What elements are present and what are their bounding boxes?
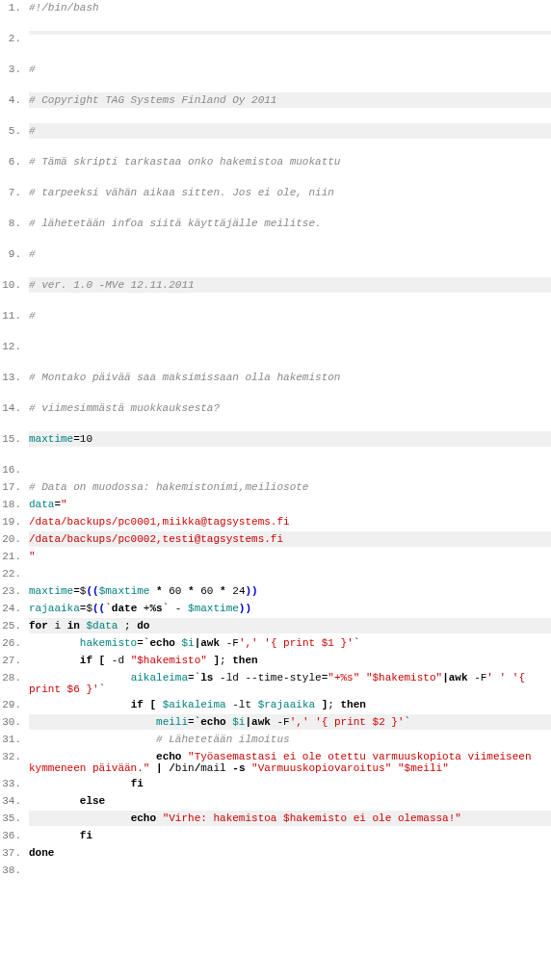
token [29, 778, 131, 789]
code-content: done [29, 845, 551, 861]
token: [ [92, 655, 112, 666]
code-line: 23.maxtime=$(($maxtime * 60 * 60 * 24)) [0, 583, 551, 601]
token [29, 812, 131, 824]
token: /data/backups/pc0001,miikka@tagsystems.f… [29, 516, 290, 528]
code-content: meili=`echo $i|awk -F',' '{ print $2 }'` [29, 714, 551, 730]
token: '{ print $2 }' [315, 716, 404, 728]
token: # Tämä skripti tarkastaa onko hakemistoa… [29, 156, 340, 168]
line-number: 31. [0, 732, 29, 745]
token: + [137, 603, 149, 614]
token [29, 637, 80, 649]
token: (( [86, 585, 98, 597]
code-content: # Tämä skripti tarkastaa onko hakemistoa… [29, 154, 551, 169]
line-number: 16. [0, 462, 29, 476]
token: -F [220, 637, 239, 649]
token: =` [188, 672, 200, 683]
token: bin [175, 762, 195, 774]
line-number: 4. [0, 92, 29, 106]
token: %s [149, 603, 162, 614]
token [29, 716, 156, 728]
token: ',' [290, 716, 309, 728]
token: * [181, 585, 200, 597]
token: # [29, 310, 36, 322]
token: maxtime [29, 585, 73, 597]
line-number: 37. [0, 845, 29, 859]
token: awk [449, 672, 468, 683]
code-content: # tarpeeksi vähän aikaa sitten. Jos ei o… [29, 185, 551, 200]
line-number: 18. [0, 497, 29, 510]
code-content: # lähetetään infoa siitä käyttäjälle mei… [29, 216, 551, 231]
token: -d [112, 655, 131, 666]
token: #!/bin/bash [29, 2, 99, 13]
code-line: 20./data/backups/pc0002,testi@tagsystems… [0, 531, 551, 549]
token: date [112, 603, 137, 614]
token: ` [99, 683, 106, 695]
token: do [137, 620, 149, 632]
line-number: 28. [0, 670, 29, 683]
line-number: 5. [0, 123, 29, 137]
token: i [48, 620, 67, 632]
token [29, 672, 131, 683]
line-number: 17. [0, 479, 29, 493]
token: awk [251, 716, 271, 728]
token: =` [137, 637, 149, 649]
code-line: 24.rajaaika=$((`date +%s` - $maxtime)) [0, 601, 551, 618]
line-number: 24. [0, 601, 29, 614]
token: '{ print $1 }' [264, 637, 353, 649]
token: hakemisto [80, 637, 137, 649]
code-line: 12. [0, 339, 551, 370]
code-line: 35. echo "Virhe: hakemistoa $hakemisto e… [0, 811, 551, 828]
token: ] [315, 699, 328, 710]
token: $rajaaika [258, 699, 315, 710]
code-line: 31. # Lähetetään ilmoitus [0, 732, 551, 749]
code-line: 34. else [0, 793, 551, 811]
line-number: 21. [0, 549, 29, 562]
token: (( [92, 603, 105, 614]
code-line: 26. hakemisto=`echo $i|awk -F',' '{ prin… [0, 635, 551, 653]
token: # tarpeeksi vähän aikaa sitten. Jos ei o… [29, 187, 334, 198]
code-content: for i in $data ; do [29, 618, 551, 633]
token: aikaleima [131, 672, 188, 683]
token [391, 762, 398, 774]
code-line: 25.for i in $data ; do [0, 618, 551, 635]
code-line: 30. meili=`echo $i|awk -F',' '{ print $2… [0, 714, 551, 732]
line-number: 25. [0, 618, 29, 632]
code-line: 17.# Data on muodossa: hakemistonimi,mei… [0, 479, 551, 497]
code-line: 1.#!/bin/bash [0, 0, 551, 31]
line-number: 19. [0, 514, 29, 528]
code-line: 13.# Montako päivää saa maksimissaan oll… [0, 370, 551, 400]
line-number: 15. [0, 431, 29, 445]
code-content: # Copyright TAG Systems Finland Oy 2011 [29, 92, 551, 108]
token: " [29, 551, 36, 562]
token: then [341, 699, 366, 710]
line-number: 12. [0, 339, 29, 352]
line-number: 2. [0, 31, 29, 44]
token: ` [354, 637, 360, 649]
line-number: 6. [0, 154, 29, 168]
token: # lähetetään infoa siitä käyttäjälle mei… [29, 218, 322, 229]
code-content [29, 566, 551, 570]
token: then [232, 655, 257, 666]
token: fi [80, 830, 92, 841]
token: # [29, 248, 36, 260]
token: ` [405, 716, 411, 728]
token [359, 672, 366, 683]
token: $maxtime [188, 603, 239, 614]
token: "Varmuuskopiovaroitus" [251, 762, 391, 774]
code-line: 16. [0, 462, 551, 479]
token: =$ [73, 585, 86, 597]
code-content: maxtime=10 [29, 431, 551, 447]
token [29, 655, 80, 666]
code-line: 38. [0, 863, 551, 880]
code-line: 11.# [0, 308, 551, 339]
token: -ld --time-style= [213, 672, 328, 683]
token: # Copyright TAG Systems Finland Oy 2011 [29, 94, 276, 106]
code-content: /data/backups/pc0002,testi@tagsystems.fi [29, 531, 551, 547]
token [29, 699, 131, 710]
token: ' ' [486, 672, 506, 683]
token: ` [105, 603, 112, 614]
token: /data/backups/pc0002,testi@tagsystems.fi [29, 533, 283, 545]
line-number: 29. [0, 697, 29, 710]
token: mail [200, 762, 232, 774]
token: echo [149, 637, 174, 649]
